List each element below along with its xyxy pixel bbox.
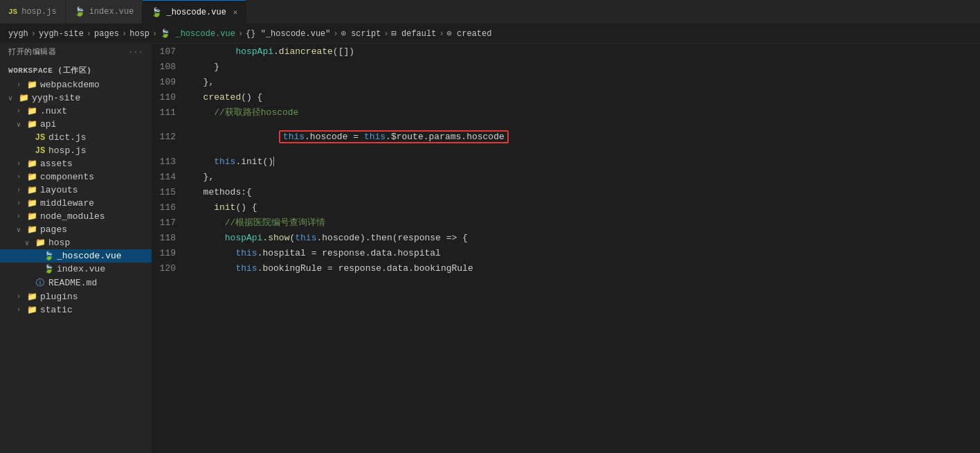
sidebar-item-layouts[interactable]: › 📁 layouts xyxy=(0,184,152,197)
sidebar-item-hosp-js[interactable]: JS hosp.js xyxy=(0,144,152,157)
table-row: 109 }, xyxy=(152,74,980,89)
sidebar-item-hosp-folder[interactable]: ∨ 📁 hosp xyxy=(0,236,152,249)
item-label: webpackdemo xyxy=(40,80,100,90)
sidebar-item-plugins[interactable]: › 📁 plugins xyxy=(0,290,152,303)
sidebar-item-assets[interactable]: › 📁 assets xyxy=(0,157,152,170)
item-label: plugins xyxy=(40,292,78,302)
vue-icon: 🍃 xyxy=(151,7,162,18)
js-icon: JS xyxy=(35,146,46,156)
tab-label: _hoscode.vue xyxy=(166,8,226,17)
md-icon: ⓘ xyxy=(35,277,46,289)
sidebar-more-options[interactable]: ··· xyxy=(129,48,143,56)
js-icon: JS xyxy=(35,133,46,143)
item-label: .nuxt xyxy=(40,106,67,116)
js-icon: JS xyxy=(8,8,17,16)
workspace-label: WORKSPACE (工作区) xyxy=(0,60,152,78)
arrow-icon: › xyxy=(14,213,24,220)
line-code: hospApi.diancreate([]) xyxy=(187,44,980,59)
item-label: _hoscode.vue xyxy=(57,251,122,261)
line-code: this.hospital = response.data.hospital xyxy=(187,245,980,260)
tab-index-vue[interactable]: 🍃 index.vue xyxy=(66,0,143,24)
item-label: middleware xyxy=(40,198,94,208)
sidebar: 打开的编辑器 ··· WORKSPACE (工作区) › 📁 webpackde… xyxy=(0,44,152,453)
table-row: 110 created() { xyxy=(152,89,980,105)
highlighted-code: this.hoscode = this.$route.params.hoscod… xyxy=(279,130,509,143)
arrow-icon: › xyxy=(14,306,24,314)
line-code: methods:{ xyxy=(187,184,980,199)
close-icon[interactable]: ✕ xyxy=(233,8,238,17)
folder-icon: 📁 xyxy=(26,305,37,315)
sidebar-item-node-modules[interactable]: › 📁 node_modules xyxy=(0,210,152,223)
sidebar-item-webpackdemo[interactable]: › 📁 webpackdemo xyxy=(0,78,152,91)
item-label: node_modules xyxy=(40,211,105,222)
table-row: 120 this.bookingRule = response.data.boo… xyxy=(152,260,980,276)
table-row: 119 this.hospital = response.data.hospit… xyxy=(152,245,980,260)
arrow-icon xyxy=(30,265,40,273)
table-row: 112 this.hoscode = this.$route.params.ho… xyxy=(152,120,980,154)
table-row: 111 //获取路径hoscode xyxy=(152,105,980,120)
arrow-icon: › xyxy=(14,160,24,168)
arrow-icon: ∨ xyxy=(22,239,32,247)
line-code: created() { xyxy=(187,89,980,105)
sidebar-item-pages[interactable]: ∨ 📁 pages xyxy=(0,223,152,236)
line-code: this.bookingRule = response.data.booking… xyxy=(187,260,980,276)
line-code: //获取路径hoscode xyxy=(187,105,980,120)
folder-icon: 📁 xyxy=(26,172,37,182)
item-label: assets xyxy=(40,159,73,169)
folder-icon: 📁 xyxy=(26,80,37,90)
arrow-icon: › xyxy=(14,199,24,207)
table-row: 118 hospApi.show(this.hoscode).then(resp… xyxy=(152,230,980,245)
sidebar-item-dict-js[interactable]: JS dict.js xyxy=(0,131,152,144)
table-row: 117 //根据医院编号查询详情 xyxy=(152,215,980,230)
bc-curly: {} "_hoscode.vue" xyxy=(246,29,330,39)
bc-pages: pages xyxy=(94,29,119,39)
breadcrumb: yygh › yygh-site › pages › hosp › 🍃 _hos… xyxy=(0,24,980,44)
vue-icon: 🍃 xyxy=(43,264,54,274)
item-label: hosp.js xyxy=(48,145,87,156)
line-number: 109 xyxy=(152,74,187,89)
line-code: //根据医院编号查询详情 xyxy=(187,215,980,230)
open-editors-label: 打开的编辑器 xyxy=(8,46,56,57)
arrow-icon: › xyxy=(14,173,24,181)
sidebar-item-api[interactable]: ∨ 📁 api xyxy=(0,118,152,131)
sidebar-item-middleware[interactable]: › 📁 middleware xyxy=(0,197,152,210)
line-number: 118 xyxy=(152,230,187,245)
line-code: init() { xyxy=(187,199,980,215)
sidebar-item-components[interactable]: › 📁 components xyxy=(0,170,152,184)
line-number: 115 xyxy=(152,184,187,199)
item-label: static xyxy=(40,305,73,315)
sidebar-item-index-vue[interactable]: 🍃 index.vue xyxy=(0,263,152,276)
line-code: this.hoscode = this.$route.params.hoscod… xyxy=(187,120,980,154)
arrow-icon: ∨ xyxy=(14,121,24,129)
folder-icon: 📁 xyxy=(26,106,37,116)
line-code: } xyxy=(187,59,980,74)
table-row: 115 methods:{ xyxy=(152,184,980,199)
item-label: components xyxy=(40,172,94,182)
line-number: 119 xyxy=(152,245,187,260)
tab-hosp-js[interactable]: JS hosp.js xyxy=(0,0,66,24)
line-code: hospApi.show(this.hoscode).then(response… xyxy=(187,230,980,245)
sidebar-item-nuxt[interactable]: › 📁 .nuxt xyxy=(0,105,152,118)
arrow-icon xyxy=(22,147,32,154)
item-label: README.md xyxy=(48,278,97,288)
line-number: 112 xyxy=(152,120,187,154)
vue-icon: 🍃 xyxy=(43,251,54,261)
sidebar-item-yygh-site[interactable]: ∨ 📁 yygh-site xyxy=(0,91,152,105)
arrow-icon: › xyxy=(14,186,24,194)
arrow-icon: › xyxy=(14,107,24,115)
sidebar-item-static[interactable]: › 📁 static xyxy=(0,303,152,317)
folder-icon: 📁 xyxy=(26,198,37,208)
table-row: 113 this.init() xyxy=(152,154,980,169)
line-number: 117 xyxy=(152,215,187,230)
arrow-icon: › xyxy=(14,293,24,301)
sidebar-item-hoscode-vue[interactable]: 🍃 _hoscode.vue xyxy=(0,249,152,263)
line-number: 114 xyxy=(152,169,187,184)
code-editor: 107 hospApi.diancreate([]) 108 } 109 }, … xyxy=(152,44,980,276)
folder-icon: 📁 xyxy=(26,224,37,235)
bc-hoscode-vue: 🍃 _hoscode.vue xyxy=(160,28,235,39)
folder-icon: 📁 xyxy=(18,93,29,103)
editor-area[interactable]: 107 hospApi.diancreate([]) 108 } 109 }, … xyxy=(152,44,980,453)
bc-yygh: yygh xyxy=(8,29,28,39)
tab-hoscode-vue[interactable]: 🍃 _hoscode.vue ✕ xyxy=(143,0,246,24)
sidebar-item-readme[interactable]: ⓘ README.md xyxy=(0,276,152,290)
